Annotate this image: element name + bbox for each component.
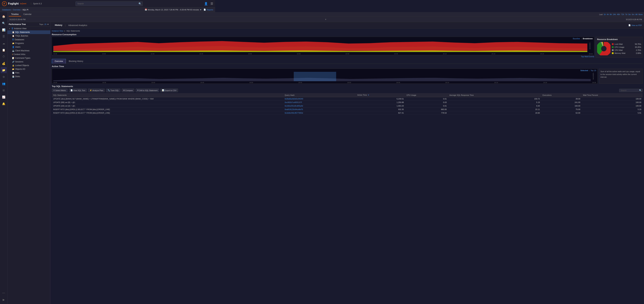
by-quest-label: byQuest [20, 3, 26, 4]
search-container: 🔍 [76, 1, 143, 6]
active-time-labels: 19:3019:3519:4019:45 19:5019:5520:0020:0… [53, 82, 215, 83]
tree-item-client-machines[interactable]: 💻 Client Machines [8, 49, 50, 52]
drill-to-sql-btn[interactable]: ⬇ Drill to SQL Statement [136, 89, 159, 92]
view-sql-text-btn[interactable]: 📄 View SQL Text [69, 89, 87, 92]
search-input[interactable] [76, 1, 143, 6]
tree-folder-icon-sessions: 🔗 [12, 61, 14, 63]
breadcrumb-sep1: › [12, 9, 12, 11]
nav-cloud-icon[interactable]: ☁ [1, 40, 7, 46]
foglight-logo: F [2, 1, 7, 6]
sql-table-title: Top SQL Statements [52, 85, 73, 88]
tree-label-objects-io: Objects I/O [15, 68, 25, 70]
tab-calendar[interactable]: Calendar [21, 12, 34, 16]
compare-btn[interactable]: ⊞ Compare [122, 89, 134, 92]
tune-sql-btn[interactable]: 🔧 Tune SQL [106, 89, 120, 92]
tab-timeline[interactable]: Timeline [9, 12, 21, 16]
time-range-label: Monday, March 13, 2023 7:28:46 PM – 8:28… [148, 9, 199, 11]
body-area: Performance Tree Tops: 25 ▼ ▼ 🗄 Instance… [8, 22, 215, 101]
tab-advanced-analytics[interactable]: Advanced Analytics [66, 23, 90, 27]
sprint-label: Sprint 6.3 [31, 2, 44, 5]
tops-dropdown-icon[interactable]: ▼ [47, 23, 49, 25]
nav-settings-icon[interactable]: ⚙ [1, 74, 7, 80]
table-row[interactable]: UPDATE [dbo].[BANK] SET [BANK_NAME] = LT… [52, 97, 215, 101]
tree-db-icon-instance: 🗄 [12, 27, 13, 29]
tree-folder-icon-sql: 📋 [12, 31, 14, 33]
calendar-icon: 📅 [145, 8, 147, 11]
export-csv-btn[interactable]: 📊 Export to CSV [160, 89, 178, 92]
tree-item-tsql-batches[interactable]: 📋 TSQL Batches [8, 34, 50, 38]
tree-item-files[interactable]: 📄 Files [8, 71, 50, 75]
tree-folder-icon-disks: 💾 [12, 75, 14, 78]
tree-item-objects-io[interactable]: 📂 Objects I/O [8, 67, 50, 71]
nav-database-icon[interactable]: 🗄 [1, 33, 7, 40]
active-time-chart-container: Selected | Top 10 [52, 69, 215, 84]
logo-text: Foglight [8, 2, 19, 5]
nav-alert-icon[interactable]: 🔔 [1, 101, 7, 101]
panel-breadcrumb-sql: SQL Statements [66, 30, 80, 32]
tree-item-databases[interactable]: 🗄 Databases [8, 38, 50, 41]
select-metric-btn[interactable]: ⊙ Select Metric [52, 89, 68, 92]
user-icon[interactable]: 👤 [204, 2, 208, 5]
tree-label-command-types: Command Types [15, 57, 30, 59]
tree-item-users[interactable]: 👤 Users [8, 45, 50, 49]
tree-folder-icon-users: 👤 [12, 46, 14, 48]
resource-consumption-title: Resource Consumption [52, 33, 215, 36]
tree-db-icon-databases: 🗄 [12, 39, 14, 41]
nav-search-icon[interactable]: 🔍 [1, 20, 7, 26]
tree-item-locked-objects[interactable]: 🔒 Locked Objects [8, 64, 50, 67]
hamburger-menu-icon[interactable]: ☰ [210, 2, 213, 5]
top-wait-events-link[interactable]: Top Wait Events [52, 55, 215, 58]
search-icon[interactable]: 🔍 [138, 2, 141, 5]
select-metric-label: Select Metric [55, 89, 66, 91]
nav-table-icon[interactable]: 📋 [1, 47, 7, 53]
subtab-overview[interactable]: Overview [52, 59, 66, 64]
col-sql-statements[interactable]: SQL Statements [52, 93, 215, 97]
tree-title: Performance Tree [9, 23, 26, 25]
reports-icon: 📄 [204, 8, 206, 11]
tree-item-sql-statements[interactable]: 📋 SQL Statements [8, 30, 50, 34]
view-sql-text-label: View SQL Text [73, 89, 85, 91]
panel-breadcrumb-instance[interactable]: Instance View [52, 30, 63, 32]
tree-folder-icon-locked: 🔒 [12, 64, 14, 67]
tree-item-context-infos[interactable]: ℹ Context Infos [8, 52, 50, 56]
subtab-blocking-history[interactable]: Blocking History [66, 59, 86, 64]
table-row[interactable]: UPDATE [BB] set [B] = @1 0xc882b7cef6551… [52, 101, 215, 102]
side-nav: 🏠 🔍 📊 🗄 ☁ 📋 ⏱ 💰 📁 ⚙ 👥 ⊞ 📈 🔔 — ▶ [0, 12, 8, 101]
tree-item-command-types[interactable]: 📝 Command Types [8, 56, 50, 60]
tops-value[interactable]: 25 [44, 23, 46, 25]
nav-users-icon[interactable]: 👥 [1, 81, 7, 87]
timeline-range-bar: 3/13/23 5:28:46 PM ▼ 3/13/23 8:28:46 PM [8, 17, 215, 22]
right-panel: History | Advanced Analytics 📄 View as P… [50, 22, 215, 101]
nav-home-icon[interactable]: 🏠 [1, 13, 7, 19]
active-time-title: Active Time [52, 65, 215, 68]
nav-active-icon[interactable]: 📁 [1, 67, 7, 73]
breadcrumb-databases[interactable]: Databases [2, 9, 11, 11]
tree-item-disks[interactable]: 💾 Disks [8, 75, 50, 78]
active-time-svg-wrap [53, 72, 215, 81]
tree-folder-icon-tsql: 📋 [12, 35, 14, 37]
tree-item-programs[interactable]: 📁 Programs [8, 41, 50, 45]
tops-label: Tops: [39, 23, 44, 25]
tree-label-tsql-batches: TSQL Batches [15, 35, 28, 37]
resource-chart-svg [53, 40, 215, 52]
active-time-area: Selected | Top 10 [52, 69, 215, 84]
tree-folder-icon-clients: 💻 [12, 50, 14, 52]
nav-report-icon[interactable]: 📈 [1, 94, 7, 100]
timeline-tabs-bar: Timeline Calendar Last 1h 4h 8h 24h 48h … [8, 12, 215, 17]
nav-dashboard-icon[interactable]: 📊 [1, 27, 7, 33]
breadcrumb-overview[interactable]: Overview [13, 9, 20, 11]
nav-money-icon[interactable]: 💰 [1, 60, 7, 66]
tree-item-instance-view[interactable]: ▼ 🗄 Instance View [8, 27, 50, 30]
tree-label-instance: Instance View [14, 27, 26, 30]
tree-scroll-area[interactable]: ▼ 🗄 Instance View 📋 SQL Statements 📋 TSQ… [8, 27, 50, 101]
tree-item-sessions[interactable]: 🔗 Sessions [8, 60, 50, 64]
breadcrumb: Databases › Overview › SQL PI [2, 9, 28, 11]
nav-grid-icon[interactable]: ⊞ [1, 87, 7, 93]
reports-button[interactable]: 📄 Reports [204, 8, 213, 11]
view-sql-text-icon: 📄 [70, 89, 73, 91]
nav-clock-icon[interactable]: ⏱ [1, 54, 7, 60]
tab-history[interactable]: History [52, 23, 65, 27]
panel-content-area: Instance View ► SQL Statements Resource … [50, 28, 215, 101]
time-range-dropdown-icon[interactable]: ▼ [200, 9, 202, 11]
analyze-plan-btn[interactable]: ⚡ Analyze Plan [88, 89, 105, 92]
